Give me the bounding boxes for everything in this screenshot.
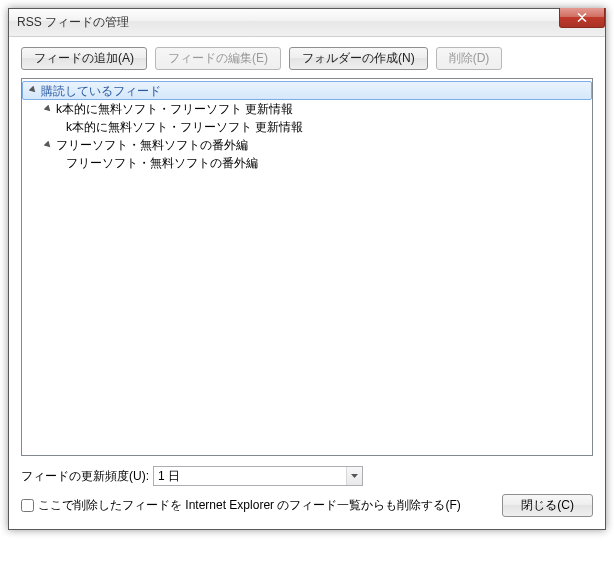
close-icon [577,13,587,22]
tree-node-label: k本的に無料ソフト・フリーソフト 更新情報 [66,118,303,136]
chevron-down-icon [351,474,358,478]
frequency-dropdown-button[interactable] [346,467,362,485]
window-close-button[interactable] [559,8,605,28]
tree-item[interactable]: フリーソフト・無料ソフトの番外編 [22,154,592,172]
tree-folder[interactable]: k本的に無料ソフト・フリーソフト 更新情報 [22,100,592,118]
add-feed-button[interactable]: フィードの追加(A) [21,47,147,70]
tree-root[interactable]: 購読しているフィード [22,81,592,100]
dialog-content: フィードの追加(A) フィードの編集(E) フォルダーの作成(N) 削除(D) … [9,37,605,529]
tree-node-label: フリーソフト・無料ソフトの番外編 [66,154,258,172]
delete-button: 削除(D) [436,47,503,70]
tree-node-label: 購読しているフィード [41,82,161,100]
dialog-window: RSS フィードの管理 フィードの追加(A) フィードの編集(E) フォルダーの… [8,8,606,530]
create-folder-button[interactable]: フォルダーの作成(N) [289,47,428,70]
ie-delete-row: ここで削除したフィードを Internet Explorer のフィード一覧から… [21,497,461,514]
tree-item[interactable]: k本的に無料ソフト・フリーソフト 更新情報 [22,118,592,136]
frequency-row: フィードの更新頻度(U): [21,466,593,486]
ie-delete-checkbox[interactable] [21,499,34,512]
footer-row: ここで削除したフィードを Internet Explorer のフィード一覧から… [21,494,593,517]
edit-feed-button: フィードの編集(E) [155,47,281,70]
frequency-input[interactable] [153,466,363,486]
expand-collapse-icon[interactable] [42,103,54,115]
toolbar: フィードの追加(A) フィードの編集(E) フォルダーの作成(N) 削除(D) [21,47,593,70]
tree-node-label: フリーソフト・無料ソフトの番外編 [56,136,248,154]
window-title: RSS フィードの管理 [17,14,129,31]
expand-collapse-icon[interactable] [42,139,54,151]
frequency-label: フィードの更新頻度(U): [21,468,149,485]
frequency-combo[interactable] [153,466,363,486]
feed-tree[interactable]: 購読しているフィード k本的に無料ソフト・フリーソフト 更新情報 k本的に無料ソ… [21,78,593,456]
ie-delete-label: ここで削除したフィードを Internet Explorer のフィード一覧から… [38,497,461,514]
expand-collapse-icon[interactable] [27,85,39,97]
tree-folder[interactable]: フリーソフト・無料ソフトの番外編 [22,136,592,154]
close-dialog-button[interactable]: 閉じる(C) [502,494,593,517]
title-bar[interactable]: RSS フィードの管理 [9,9,605,37]
tree-node-label: k本的に無料ソフト・フリーソフト 更新情報 [56,100,293,118]
bottom-panel: フィードの更新頻度(U): ここで削除したフィードを Internet Expl… [21,466,593,517]
